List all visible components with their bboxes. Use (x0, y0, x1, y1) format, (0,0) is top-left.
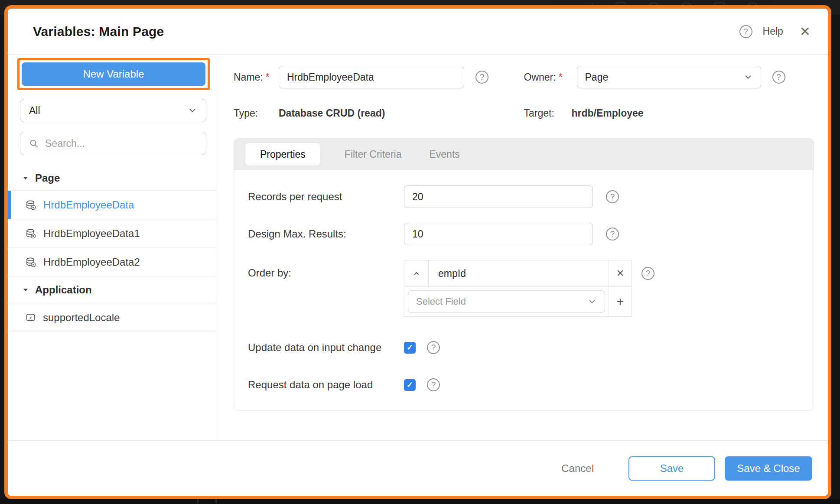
dialog-footer: Cancel Save Save & Close (8, 440, 828, 496)
variable-type-filter-select[interactable]: All (20, 99, 206, 122)
canvas-mark (215, 499, 217, 503)
required-asterisk: * (266, 72, 270, 83)
owner-help-icon[interactable]: ? (772, 71, 785, 84)
filter-selected-value: All (29, 105, 188, 117)
variable-search-box (20, 132, 206, 155)
update-on-input-checkbox[interactable]: ✓ (404, 342, 416, 354)
help-link[interactable]: Help (763, 26, 783, 37)
search-input[interactable] (45, 138, 197, 150)
order-by-widget: empId ✕ Select Field (404, 260, 632, 317)
max-results-help-icon[interactable]: ? (606, 228, 619, 241)
tab-filter-criteria[interactable]: Filter Criteria (345, 149, 402, 160)
variable-detail-panel: Name:* ? Owner:* Page (216, 55, 828, 440)
background-canvas (0, 499, 840, 504)
sidebar-section-page[interactable]: Page (8, 166, 216, 191)
design-max-results-label: Design Max. Results: (248, 228, 404, 240)
design-max-results-row: Design Max. Results: ? (248, 223, 814, 245)
owner-select[interactable]: Page (577, 66, 761, 88)
chevron-down-icon (743, 72, 753, 82)
update-on-input-row: Update data on input change ✓ ? (248, 341, 814, 354)
type-label: Type: (234, 107, 279, 119)
update-on-input-label: Update data on input change (248, 341, 404, 354)
request-on-load-help-icon[interactable]: ? (427, 378, 440, 391)
update-on-input-help-icon[interactable]: ? (427, 341, 440, 354)
tab-events[interactable]: Events (429, 149, 459, 160)
cancel-button[interactable]: Cancel (561, 462, 594, 475)
owner-selected-value: Page (585, 72, 743, 83)
owner-field-row: Owner:* Page ? (524, 66, 814, 88)
caret-down-icon (23, 287, 29, 293)
records-per-request-input[interactable] (404, 185, 593, 208)
chevron-down-icon (587, 297, 597, 306)
caret-down-icon (23, 175, 29, 181)
dialog-title: Variables: Main Page (33, 24, 164, 39)
order-by-help-icon[interactable]: ? (641, 267, 654, 280)
name-input[interactable] (279, 66, 464, 88)
order-by-row: Order by: empId (248, 260, 814, 317)
save-button[interactable]: Save (628, 456, 715, 481)
request-on-load-checkbox[interactable]: ✓ (404, 379, 416, 391)
chevron-down-icon (188, 106, 197, 115)
required-asterisk: * (559, 72, 563, 83)
database-crud-icon (25, 257, 36, 268)
order-by-label: Order by: (248, 267, 404, 279)
variable-tabs-panel: Properties Filter Criteria Events Record… (234, 138, 814, 411)
sidebar-item-hrdbemployeedata[interactable]: HrdbEmployeeData (8, 191, 216, 219)
target-row: Target: hrdb/Employee (524, 107, 814, 119)
section-label: Page (35, 172, 60, 184)
variable-item-label: HrdbEmployeeData (43, 199, 134, 211)
records-help-icon[interactable]: ? (606, 190, 619, 203)
name-field-row: Name:* ? (234, 66, 524, 88)
variable-item-label: HrdbEmployeeData2 (43, 256, 140, 268)
name-help-icon[interactable]: ? (475, 71, 488, 84)
target-value: hrdb/Employee (572, 107, 644, 119)
tab-properties[interactable]: Properties (245, 143, 320, 166)
order-by-field-value[interactable]: empId (428, 260, 609, 287)
remove-order-field-button[interactable]: ✕ (609, 260, 632, 287)
request-on-load-row: Request data on page load ✓ ? (248, 378, 814, 391)
records-per-request-label: Records per request (248, 191, 404, 203)
svg-text:x: x (29, 315, 32, 320)
variable-icon: x (25, 312, 36, 323)
select-field-cell: Select Field (404, 286, 609, 317)
add-order-field-button[interactable]: + (609, 286, 632, 317)
target-label: Target: (524, 107, 572, 119)
variable-item-label: supportedLocale (43, 312, 120, 324)
sidebar-section-application[interactable]: Application (8, 276, 216, 303)
design-max-results-input[interactable] (404, 223, 593, 245)
help-icon[interactable]: ? (739, 25, 752, 38)
chevron-up-icon (412, 269, 421, 278)
properties-tab-content: Records per request ? Design Max. Result… (234, 170, 814, 410)
select-field-placeholder: Select Field (416, 296, 587, 307)
database-crud-icon (25, 199, 36, 211)
app-background: Variables: Main Page ? Help ✕ New Variab… (0, 0, 840, 504)
type-value: Database CRUD (read) (279, 107, 385, 119)
variables-sidebar: New Variable All (8, 55, 216, 440)
canvas-mark (197, 499, 199, 503)
sidebar-item-hrdbemployeedata1[interactable]: HrdbEmployeeData1 (8, 219, 216, 248)
close-icon[interactable]: ✕ (800, 25, 811, 38)
owner-label: Owner:* (524, 72, 577, 83)
select-field-dropdown[interactable]: Select Field (408, 290, 605, 313)
sort-direction-button[interactable] (404, 260, 429, 287)
type-row: Type: Database CRUD (read) (234, 107, 524, 119)
database-crud-icon (25, 228, 36, 239)
annotation-highlight: New Variable (17, 58, 210, 90)
section-label: Application (35, 284, 92, 296)
records-per-request-row: Records per request ? (248, 185, 814, 208)
tab-strip: Properties Filter Criteria Events (234, 139, 814, 170)
new-variable-button[interactable]: New Variable (22, 62, 205, 86)
dialog-header: Variables: Main Page ? Help ✕ (8, 9, 828, 55)
request-on-load-label: Request data on page load (248, 379, 404, 391)
name-label: Name:* (234, 72, 279, 83)
sidebar-item-supportedlocale[interactable]: x supportedLocale (8, 303, 216, 332)
save-and-close-button[interactable]: Save & Close (725, 456, 812, 481)
sidebar-item-hrdbemployeedata2[interactable]: HrdbEmployeeData2 (8, 248, 216, 276)
variables-dialog: Variables: Main Page ? Help ✕ New Variab… (4, 5, 831, 499)
variable-item-label: HrdbEmployeeData1 (43, 228, 140, 240)
search-icon (29, 139, 39, 149)
